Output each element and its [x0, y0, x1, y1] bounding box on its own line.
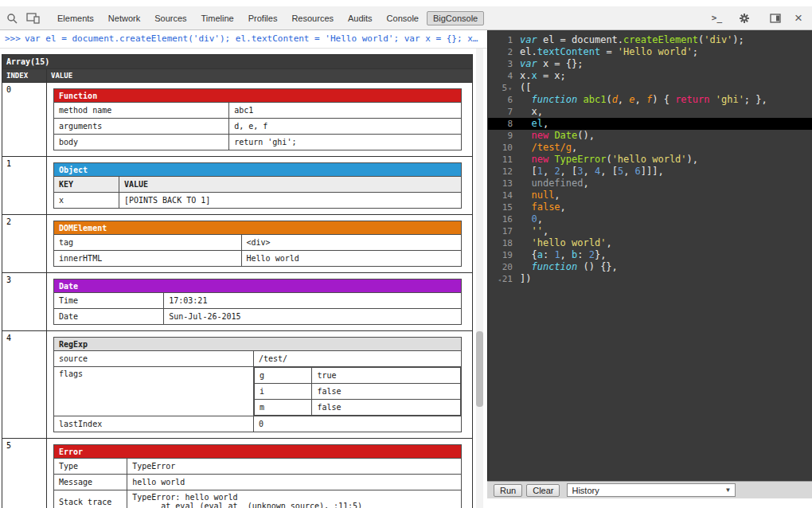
console-drawer-icon[interactable]: >_: [712, 13, 722, 23]
editor-line-19[interactable]: 19 {a: 1, b: 2},: [488, 249, 812, 261]
console-output: Array(15)INDEXVALUE0Functionmethod namea…: [0, 49, 487, 508]
line-number-gutter: 18: [488, 237, 520, 249]
line-number-gutter: 8: [488, 118, 520, 130]
code-text: {a: 1, b: 2},: [520, 249, 606, 261]
editor-line-5[interactable]: 5▾([: [488, 82, 812, 94]
array-row-4: 4RegExpsource/test/flagsgtrueifalsemfals…: [2, 331, 473, 439]
function-table: Functionmethod nameabc1argumentsd, e, fb…: [53, 88, 462, 150]
array-row-3: 3DateTime17:03:21DateSun-Jul-26-2015: [2, 273, 473, 331]
editor-line-9[interactable]: 9 new Date(),: [488, 130, 812, 142]
devtools-window: ElementsNetworkSourcesTimelineProfilesRe…: [0, 0, 812, 508]
line-number: 10: [502, 143, 513, 153]
run-button[interactable]: Run: [494, 484, 522, 497]
table-row: argumentsd, e, f: [54, 119, 462, 135]
tab-sources[interactable]: Sources: [148, 11, 193, 25]
line-number-gutter: 5▾: [488, 82, 520, 94]
dock-side-icon[interactable]: [767, 10, 784, 27]
line-number-gutter: 13: [488, 178, 520, 190]
date-table: DateTime17:03:21DateSun-Jul-26-2015: [53, 279, 462, 325]
line-number-gutter: 16: [488, 213, 520, 225]
gear-icon[interactable]: [736, 10, 753, 27]
line-number: 14: [502, 190, 513, 201]
value-cell: Functionmethod nameabc1argumentsd, e, fb…: [47, 83, 473, 157]
line-number-gutter: 11: [488, 154, 520, 166]
table-row: DateSun-Jul-26-2015: [54, 309, 462, 325]
value-cell: DateTime17:03:21DateSun-Jul-26-2015: [47, 273, 473, 331]
table-row: TypeTypeError: [54, 459, 462, 475]
code-text: ([: [520, 82, 531, 94]
line-number-gutter: 10: [488, 142, 520, 154]
editor-line-13[interactable]: 13 undefined,: [488, 178, 812, 190]
code-text: ]): [520, 273, 531, 285]
fold-marker: ▾: [508, 85, 512, 92]
editor-line-6[interactable]: 6 function abc1(d, e, f) { return 'ghi';…: [488, 94, 812, 106]
editor-lines: 1var el = document.createElement('div');…: [488, 34, 812, 285]
line-number: 5: [502, 83, 508, 93]
tab-bigconsole[interactable]: BigConsole: [427, 11, 484, 25]
toolbar-right-icons: >_ ×: [712, 10, 812, 27]
value-cell: ErrorTypeTypeErrorMessagehello worldStac…: [47, 439, 473, 508]
line-number: 19: [502, 250, 513, 260]
line-number: 8: [507, 119, 513, 129]
scrollbar-thumb[interactable]: [476, 331, 483, 407]
column-header-row: INDEXVALUE: [2, 69, 473, 83]
line-number: 3: [507, 59, 513, 69]
vertical-scrollbar[interactable]: [476, 49, 483, 508]
editor-line-2[interactable]: 2el.textContent = 'Hello world';: [488, 46, 812, 58]
editor-line-18[interactable]: 18 'hello world',: [488, 237, 812, 249]
code-text: function () {},: [520, 261, 618, 273]
console-input-line[interactable]: >>>var el = document.createElement('div'…: [0, 30, 487, 49]
line-number-gutter: 15: [488, 201, 520, 213]
function-table-title: Function: [54, 89, 462, 103]
index-cell: 1: [2, 157, 47, 215]
editor-line-14[interactable]: 14 null,: [488, 190, 812, 201]
tab-network[interactable]: Network: [102, 11, 146, 25]
code-text: null,: [520, 190, 560, 201]
line-number-gutter: 19: [488, 249, 520, 261]
line-number: 6: [507, 95, 513, 105]
table-row: Time17:03:21: [54, 293, 462, 309]
tab-timeline[interactable]: Timeline: [195, 11, 240, 25]
editor-line-1[interactable]: 1var el = document.createElement('div');: [488, 34, 812, 46]
table-row: x[POINTS BACK TO 1]: [54, 193, 462, 209]
table-row: method nameabc1: [54, 103, 462, 119]
line-number-gutter: 9: [488, 130, 520, 142]
console-panel: >>>var el = document.createElement('div'…: [0, 30, 487, 508]
editor-line-15[interactable]: 15 false,: [488, 201, 812, 213]
history-dropdown[interactable]: History ▼: [567, 483, 736, 497]
line-number-gutter: 6: [488, 94, 520, 106]
close-icon[interactable]: ×: [794, 13, 802, 24]
dom-table: DOMElementtag<div>innerHTMLHello world: [53, 221, 462, 267]
editor-line-20[interactable]: 20 function () {},: [488, 261, 812, 273]
code-text: 0,: [520, 213, 543, 225]
value-cell: RegExpsource/test/flagsgtrueifalsemfalse…: [47, 331, 473, 439]
editor-line-21[interactable]: ◂21]): [488, 273, 812, 285]
code-text: /test/g,: [520, 142, 577, 154]
line-number: 11: [502, 154, 513, 165]
tab-resources[interactable]: Resources: [285, 11, 340, 25]
editor-line-8[interactable]: 8 el,: [488, 118, 812, 130]
editor-line-3[interactable]: 3var x = {};: [488, 58, 812, 70]
value-cell: ObjectKEYVALUEx[POINTS BACK TO 1]: [47, 157, 473, 215]
editor-panel: 1var el = document.createElement('div');…: [487, 30, 812, 508]
editor-line-7[interactable]: 7 x,: [488, 106, 812, 118]
editor-line-11[interactable]: 11 new TypeError('hello world'),: [488, 154, 812, 166]
line-number: 17: [502, 226, 513, 236]
editor-line-10[interactable]: 10 /test/g,: [488, 142, 812, 154]
code-editor[interactable]: 1var el = document.createElement('div');…: [487, 30, 812, 481]
tab-console[interactable]: Console: [381, 11, 425, 25]
tab-profiles[interactable]: Profiles: [242, 11, 284, 25]
editor-line-16[interactable]: 16 0,: [488, 213, 812, 225]
array-row-5: 5ErrorTypeTypeErrorMessagehello worldSta…: [2, 439, 473, 508]
editor-line-17[interactable]: 17 '',: [488, 225, 812, 237]
array-row-1: 1ObjectKEYVALUEx[POINTS BACK TO 1]: [2, 157, 473, 215]
line-number: 4: [507, 71, 513, 81]
editor-line-12[interactable]: 12 [1, 2, [3, 4, [5, 6]]],: [488, 166, 812, 178]
table-row: ifalse: [254, 384, 460, 400]
tab-elements[interactable]: Elements: [51, 11, 100, 25]
device-toolbar-icon[interactable]: [24, 10, 41, 27]
search-icon[interactable]: [3, 10, 21, 27]
editor-line-4[interactable]: 4x.x = x;: [488, 70, 812, 82]
clear-button[interactable]: Clear: [526, 484, 560, 497]
tab-audits[interactable]: Audits: [342, 11, 379, 25]
